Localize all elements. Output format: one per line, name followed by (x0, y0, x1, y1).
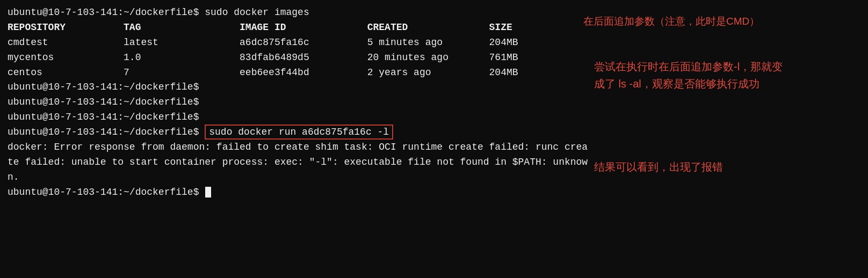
annotation-1-line1: 尝试在执行时在后面追加参数-l，那就变 (594, 58, 852, 75)
final-prompt: ubuntu@10-7-103-141:~/dockerfile$ (8, 185, 860, 200)
table-row: cmdtest latest a6dc875fa16c 5 minutes ag… (8, 35, 860, 50)
error-line-1: docker: Error response from daemon: fail… (8, 140, 860, 155)
empty-prompt-2: ubuntu@10-7-103-141:~/dockerfile$ (8, 95, 860, 110)
annotation-top-note: 在后面追加参数（注意，此时是CMD） (583, 16, 760, 27)
annotation-2-line1: 结果可以看到，出现了报错 (594, 158, 852, 175)
cursor-block (205, 187, 211, 197)
highlighted-command: sudo docker run a6dc875fa16c -l (205, 125, 393, 140)
annotation-top: 在后面追加参数（注意，此时是CMD） 尝试在执行时在后面追加参数-l，那就变 成… (594, 58, 852, 92)
terminal-window: ubuntu@10-7-103-141:~/dockerfile$ sudo d… (0, 0, 868, 206)
empty-prompt-3: ubuntu@10-7-103-141:~/dockerfile$ (8, 110, 860, 125)
prompt-1: ubuntu@10-7-103-141:~/dockerfile$ sudo d… (8, 7, 309, 18)
annotation-bottom: 结果可以看到，出现了报错 (594, 158, 852, 175)
annotation-1-line2: 成了 ls -al，观察是否能够执行成功 (594, 75, 852, 92)
command-line-highlighted: ubuntu@10-7-103-141:~/dockerfile$ sudo d… (8, 125, 860, 140)
